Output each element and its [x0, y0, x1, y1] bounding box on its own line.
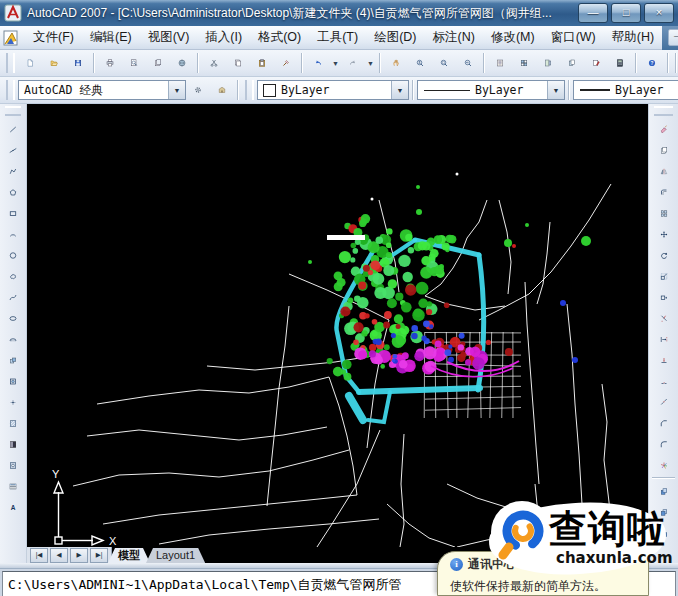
menu-window[interactable]: 窗口(W): [543, 26, 604, 49]
zoom-previous-button[interactable]: [457, 52, 479, 74]
scale-button[interactable]: [653, 266, 675, 286]
trim-button[interactable]: [653, 308, 675, 328]
command-line-text[interactable]: C:\Users\ADMINI~1\AppData\Local\Temp\自贡燃…: [8, 576, 402, 594]
toolbar-grip[interactable]: [6, 80, 15, 100]
plot-button[interactable]: [99, 52, 121, 74]
menu-insert[interactable]: 插入(I): [197, 26, 250, 49]
save-button[interactable]: [67, 52, 89, 74]
circle-button[interactable]: [2, 245, 24, 265]
tab-first-button[interactable]: |◀: [30, 548, 48, 563]
insert-block-button[interactable]: [2, 350, 24, 370]
publish-button[interactable]: [147, 52, 169, 74]
stretch-button[interactable]: [653, 287, 675, 307]
polyline-button[interactable]: [2, 161, 24, 181]
tab-layout1[interactable]: Layout1: [146, 548, 205, 563]
menu-edit[interactable]: 编辑(E): [82, 26, 140, 49]
help-button[interactable]: ?: [641, 52, 663, 74]
chevron-down-icon[interactable]: ▼: [547, 81, 564, 99]
menu-file[interactable]: 文件(F): [25, 26, 82, 49]
toolbar-grip[interactable]: [5, 106, 21, 116]
publish-web-button[interactable]: [171, 52, 193, 74]
chevron-down-icon[interactable]: ▼: [168, 81, 185, 99]
drawing-canvas[interactable]: YX: [27, 104, 648, 547]
toolbar-grip[interactable]: [654, 106, 673, 116]
point-button[interactable]: [2, 392, 24, 412]
move-button[interactable]: [653, 224, 675, 244]
tab-prev-button[interactable]: ◀: [50, 548, 68, 563]
color-control-dropdown[interactable]: ByLayer ▼: [257, 80, 409, 100]
explode-button[interactable]: [653, 455, 675, 475]
chamfer-button[interactable]: [653, 413, 675, 433]
undo-button[interactable]: [307, 52, 329, 74]
offset-button[interactable]: [653, 182, 675, 202]
break-button[interactable]: [653, 371, 675, 391]
tab-next-button[interactable]: ▶: [70, 548, 88, 563]
properties-button[interactable]: [489, 52, 511, 74]
pan-button[interactable]: [385, 52, 407, 74]
fillet-button[interactable]: [653, 434, 675, 454]
spline-button[interactable]: [2, 287, 24, 307]
menu-help[interactable]: 帮助(H): [604, 26, 662, 49]
workspace-settings-button[interactable]: [187, 79, 209, 101]
markup-button[interactable]: [585, 52, 607, 74]
mdi-minimize-button[interactable]: —: [668, 29, 678, 46]
menu-format[interactable]: 格式(O): [250, 26, 309, 49]
new-button[interactable]: [19, 52, 41, 74]
multiline-text-button[interactable]: A: [2, 497, 24, 517]
plot-preview-button[interactable]: [123, 52, 145, 74]
tab-last-button[interactable]: ▶|: [90, 548, 108, 563]
menu-tools[interactable]: 工具(T): [309, 26, 366, 49]
toolbar-grip[interactable]: [6, 53, 15, 73]
tab-model[interactable]: 模型: [108, 548, 150, 563]
table-button[interactable]: [2, 476, 24, 496]
menu-modify[interactable]: 修改(M): [483, 26, 543, 49]
tool-palettes-button[interactable]: [537, 52, 559, 74]
arc-button[interactable]: [2, 224, 24, 244]
erase-button[interactable]: [653, 119, 675, 139]
toolbar-grip[interactable]: [245, 80, 254, 100]
paste-button[interactable]: [251, 52, 273, 74]
designcenter-button[interactable]: [513, 52, 535, 74]
open-button[interactable]: [43, 52, 65, 74]
zoom-window-button[interactable]: [433, 52, 455, 74]
lineweight-control-dropdown[interactable]: ByLayer: [573, 80, 678, 100]
join-button[interactable]: [653, 392, 675, 412]
polygon-button[interactable]: [2, 182, 24, 202]
rectangle-button[interactable]: [2, 203, 24, 223]
menu-dimension[interactable]: 标注(N): [425, 26, 483, 49]
my-workspace-button[interactable]: [211, 79, 233, 101]
chevron-down-icon[interactable]: ▼: [391, 81, 408, 99]
line-button[interactable]: [2, 119, 24, 139]
workspace-dropdown[interactable]: AutoCAD 经典 ▼: [18, 80, 186, 100]
match-properties-button[interactable]: [275, 52, 297, 74]
construction-line-button[interactable]: [2, 140, 24, 160]
ellipse-button[interactable]: [2, 308, 24, 328]
minimize-button[interactable]: —: [578, 3, 608, 23]
linetype-control-dropdown[interactable]: ByLayer ▼: [417, 80, 565, 100]
sheet-set-manager-button[interactable]: [561, 52, 583, 74]
draw-order-front-button[interactable]: [653, 481, 675, 501]
redo-button[interactable]: [342, 52, 364, 74]
mirror-button[interactable]: [653, 161, 675, 181]
menu-view[interactable]: 视图(V): [140, 26, 198, 49]
break-at-point-button[interactable]: [653, 350, 675, 370]
copy-clip-button[interactable]: [227, 52, 249, 74]
undo-button-dropdown-arrow[interactable]: ▼: [330, 52, 341, 74]
quickcalc-button[interactable]: [609, 52, 631, 74]
menu-draw[interactable]: 绘图(D): [366, 26, 424, 49]
redo-button-dropdown-arrow[interactable]: ▼: [365, 52, 376, 74]
zoom-realtime-button[interactable]: [409, 52, 431, 74]
extend-button[interactable]: [653, 329, 675, 349]
make-block-button[interactable]: [2, 371, 24, 391]
region-button[interactable]: [2, 455, 24, 475]
rotate-button[interactable]: [653, 245, 675, 265]
hatch-button[interactable]: [2, 413, 24, 433]
maximize-button[interactable]: □: [611, 3, 641, 23]
gradient-button[interactable]: [2, 434, 24, 454]
revision-cloud-button[interactable]: [2, 266, 24, 286]
close-button[interactable]: ×: [644, 3, 674, 23]
copy-button[interactable]: [653, 140, 675, 160]
cut-button[interactable]: [203, 52, 225, 74]
array-button[interactable]: [653, 203, 675, 223]
ellipse-arc-button[interactable]: [2, 329, 24, 349]
